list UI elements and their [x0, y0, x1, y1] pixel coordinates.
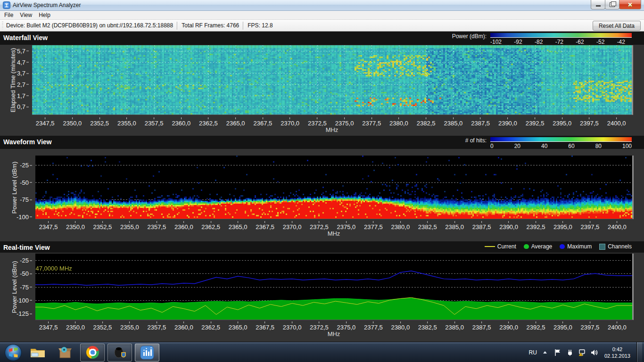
- tray-clock[interactable]: 0:42 02.12.2013: [604, 346, 630, 359]
- legend-tick: -102: [490, 39, 502, 45]
- app-window: AirView Spectrum Analyzer ✕ FileViewHelp…: [0, 0, 644, 342]
- taskbar-archive-app-button[interactable]: [53, 344, 77, 362]
- xtick-label: 2372,5: [308, 117, 327, 127]
- language-indicator[interactable]: RU: [529, 349, 537, 356]
- menu-view[interactable]: View: [17, 11, 35, 19]
- xtick-label: 2385,0: [445, 221, 464, 230]
- legend-label: Current: [497, 243, 516, 250]
- xtick-label: 2395,0: [553, 321, 572, 331]
- xtick-label: 2382,5: [418, 321, 437, 331]
- xtick-label: 2392,5: [526, 117, 545, 127]
- waveform-title: Waveform View: [3, 138, 52, 146]
- menu-help[interactable]: Help: [35, 11, 54, 19]
- waveform-header: Waveform View # of hits: 020406080100: [0, 136, 644, 149]
- waterfall-yticks: 5,74,73,72,71,70,7: [0, 45, 29, 115]
- waterfall-section: Waterfall View Power (dBm): -102-92-82-7…: [0, 32, 644, 136]
- power-legend-ticks: -102-92-82-72-62-52-42: [490, 39, 632, 45]
- chrome-icon: [86, 346, 99, 359]
- legend-item-maximum: Maximum: [560, 243, 592, 250]
- taskbar-chrome-button[interactable]: [80, 344, 105, 362]
- xtick-label: 2392,5: [527, 221, 545, 230]
- xtick-label: 2400,0: [607, 117, 626, 127]
- xtick-label: 2380,0: [391, 321, 410, 331]
- analyzer-content: Waterfall View Power (dBm): -102-92-82-7…: [0, 32, 644, 342]
- hits-legend-label: # of hits:: [465, 137, 487, 144]
- ytick-label: -50: [20, 270, 29, 277]
- maximize-icon: [610, 2, 615, 7]
- realtime-xticks: 2347,52350,02352,52355,02357,52360,02362…: [35, 321, 632, 330]
- xtick-label: 2400,0: [608, 321, 627, 331]
- xtick-label: 2367,5: [256, 321, 274, 331]
- xtick-label: 2362,5: [201, 221, 220, 230]
- waveform-xticks: 2347,52350,02352,52355,02357,52360,02362…: [35, 221, 632, 230]
- legend-label: Maximum: [567, 243, 592, 250]
- maximum-swatch-icon: [560, 244, 565, 249]
- start-button[interactable]: [4, 343, 23, 362]
- realtime-plot[interactable]: [35, 254, 634, 320]
- menubar: FileViewHelp: [0, 11, 644, 20]
- legend-label: Average: [531, 243, 552, 250]
- xtick-label: 2357,5: [147, 221, 166, 230]
- legend-tick: 40: [541, 143, 547, 149]
- xtick-label: 2385,0: [445, 321, 464, 331]
- hits-gradient-bar: [490, 137, 632, 142]
- network-status-icon[interactable]: !: [578, 348, 586, 356]
- xtick-label: 2392,5: [527, 321, 545, 331]
- xtick-label: 2360,0: [174, 321, 193, 331]
- svg-text:!: !: [581, 353, 582, 356]
- taskbar-apps: [0, 342, 159, 362]
- xtick-label: 2397,5: [581, 321, 600, 331]
- xtick-label: 2387,5: [471, 117, 490, 127]
- xtick-label: 2347,5: [36, 117, 55, 127]
- power-gradient-bar: [490, 33, 632, 38]
- legend-tick: 60: [568, 143, 574, 149]
- toolbar-grip[interactable]: [2, 22, 3, 30]
- speaker-icon[interactable]: [590, 348, 598, 356]
- minimize-button[interactable]: [591, 0, 605, 9]
- xtick-label: 2372,5: [310, 221, 329, 230]
- current-swatch-icon: [485, 246, 495, 247]
- maximize-button[interactable]: [605, 0, 619, 9]
- xtick-label: 2395,0: [553, 221, 572, 230]
- airview-taskbar-icon: [140, 346, 154, 360]
- reset-all-data-button[interactable]: Reset All Data: [593, 21, 641, 31]
- realtime-yticks: -25-50-75-100-125: [0, 254, 33, 320]
- legend-tick: -42: [617, 39, 625, 45]
- xtick-label: 2397,5: [580, 117, 599, 127]
- legend-tick: 0: [490, 143, 494, 149]
- legend-tick: 80: [595, 143, 602, 149]
- ytick-label: -100: [17, 213, 29, 220]
- xtick-label: 2355,0: [120, 321, 139, 331]
- legend-item-channels: Channels: [599, 243, 632, 250]
- xtick-label: 2365,0: [226, 117, 245, 127]
- waveform-plot[interactable]: [35, 156, 634, 219]
- power-plug-icon[interactable]: [566, 348, 574, 356]
- titlebar: AirView Spectrum Analyzer ✕: [0, 0, 644, 11]
- ytick-label: -125: [17, 310, 29, 317]
- xtick-label: 2355,0: [117, 117, 136, 127]
- close-button[interactable]: ✕: [619, 0, 641, 9]
- taskbar-airview-button[interactable]: [135, 344, 159, 362]
- hits-legend-ticks: 020406080100: [490, 143, 632, 149]
- taskbar-explorer-button[interactable]: [25, 344, 50, 362]
- taskbar-utility-button[interactable]: [107, 344, 132, 362]
- xtick-label: 2400,0: [608, 221, 627, 230]
- waterfall-plot[interactable]: [32, 45, 633, 115]
- xtick-label: 2370,0: [283, 321, 302, 331]
- ytick-label: 5,7: [17, 47, 25, 54]
- menu-file[interactable]: File: [1, 11, 17, 19]
- average-swatch-icon: [524, 244, 529, 249]
- xtick-label: 2367,5: [254, 117, 272, 127]
- ytick-label: -25: [20, 162, 29, 169]
- show-desktop-button[interactable]: [636, 342, 642, 362]
- rf-frames: Total RF Frames: 4766: [182, 22, 239, 29]
- action-center-flag-icon[interactable]: [553, 348, 561, 356]
- system-tray: RU ! 0:42 02.12.2013: [529, 342, 644, 362]
- xtick-label: 2395,0: [553, 117, 571, 127]
- xtick-label: 2390,0: [498, 117, 517, 127]
- tray-chevron-icon[interactable]: [541, 348, 549, 356]
- legend-tick: -62: [576, 39, 584, 45]
- xtick-label: 2377,5: [362, 117, 381, 127]
- tray-date: 02.12.2013: [604, 353, 630, 359]
- xtick-label: 2370,0: [283, 221, 302, 230]
